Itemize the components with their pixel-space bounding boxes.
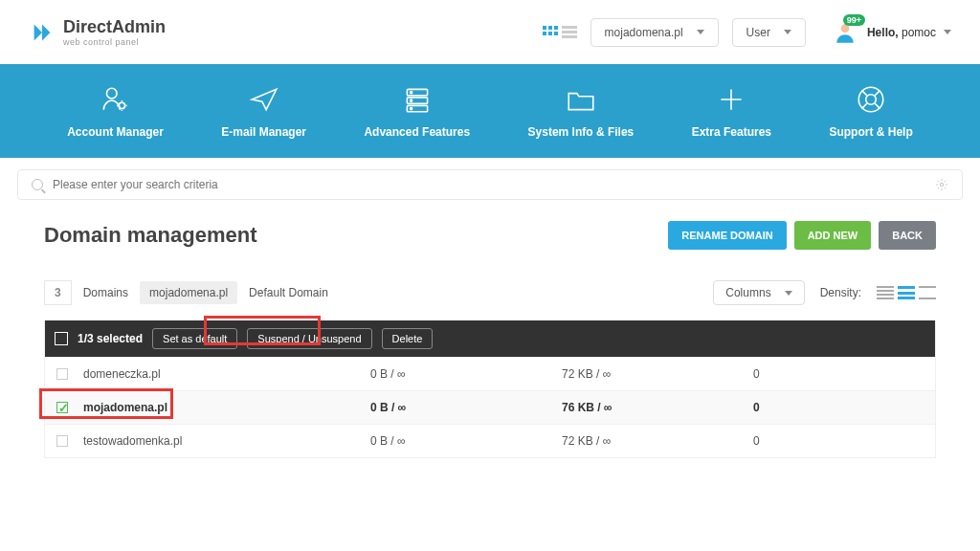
table-actionbar: 1/3 selected Set as default Suspend / Un… — [45, 320, 935, 357]
svg-marker-0 — [34, 24, 42, 40]
nav-support-help[interactable]: Support & Help — [829, 83, 912, 139]
table-row[interactable]: mojadomena.pl 0 B / ∞ 76 KB / ∞ 0 — [45, 390, 935, 424]
bandwidth-cell: 0 B / ∞ — [370, 367, 562, 381]
domain-name: domeneczka.pl — [83, 367, 370, 381]
nav-label: Advanced Features — [364, 125, 470, 139]
delete-button[interactable]: Delete — [382, 328, 434, 349]
row-checkbox[interactable] — [56, 368, 68, 380]
diskspace-cell: 72 KB / ∞ — [562, 367, 753, 381]
svg-marker-1 — [42, 24, 50, 40]
annotation-highlight — [204, 316, 321, 345]
chevron-down-icon — [697, 30, 704, 34]
user-greeting[interactable]: Hello, pomoc — [867, 26, 951, 39]
brand-name: DirectAdmin — [63, 17, 166, 36]
plus-icon — [715, 83, 747, 116]
svg-rect-5 — [543, 32, 546, 35]
svg-rect-10 — [562, 35, 577, 38]
columns-dropdown[interactable]: Columns — [713, 280, 804, 305]
table-row[interactable]: testowadomenka.pl 0 B / ∞ 72 KB / ∞ 0 — [45, 424, 935, 457]
svg-point-18 — [410, 99, 412, 101]
svg-point-19 — [410, 108, 412, 110]
gear-icon[interactable] — [935, 178, 948, 191]
send-icon — [248, 83, 280, 116]
page-title: Domain management — [44, 223, 257, 248]
add-new-button[interactable]: ADD NEW — [794, 221, 872, 250]
nav-advanced-features[interactable]: Advanced Features — [364, 83, 470, 139]
nav-email-manager[interactable]: E-mail Manager — [221, 83, 306, 139]
default-domain-chip: mojadomena.pl — [140, 281, 237, 304]
role-selector[interactable]: User — [732, 18, 806, 47]
chevron-down-icon — [944, 30, 951, 34]
svg-rect-3 — [548, 26, 552, 30]
row-checkbox[interactable] — [56, 435, 68, 447]
view-mode-toggle[interactable] — [543, 26, 577, 39]
domain-selector[interactable]: mojadomena.pl — [590, 18, 719, 47]
search-input[interactable] — [53, 178, 925, 191]
svg-point-17 — [410, 92, 412, 94]
role-selector-label: User — [746, 26, 770, 39]
user-avatar[interactable]: 99+ — [833, 20, 858, 45]
domain-name: testowadomenka.pl — [83, 434, 370, 448]
density-label: Density: — [820, 286, 861, 299]
svg-rect-8 — [562, 26, 577, 29]
rename-domain-button[interactable]: RENAME DOMAIN — [668, 221, 786, 250]
domains-table: 1/3 selected Set as default Suspend / Un… — [44, 320, 936, 458]
density-relaxed-icon[interactable] — [919, 286, 936, 299]
svg-rect-6 — [548, 32, 552, 35]
grid-view-icon — [543, 26, 558, 39]
nav-system-info[interactable]: System Info & Files — [528, 83, 635, 139]
svg-point-12 — [106, 88, 117, 99]
svg-point-21 — [866, 95, 877, 105]
other-cell: 0 — [753, 401, 924, 414]
svg-rect-9 — [562, 31, 577, 33]
users-icon — [100, 83, 132, 116]
chevron-down-icon — [785, 291, 792, 296]
search-bar[interactable] — [17, 169, 963, 200]
nav-label: Account Manager — [67, 125, 164, 139]
table-row[interactable]: domeneczka.pl 0 B / ∞ 72 KB / ∞ 0 — [45, 357, 935, 390]
svg-rect-2 — [543, 26, 546, 30]
diskspace-cell: 72 KB / ∞ — [562, 434, 753, 448]
svg-rect-4 — [554, 26, 558, 30]
lifebuoy-icon — [855, 83, 887, 116]
density-options[interactable] — [877, 286, 936, 299]
nav-label: Support & Help — [829, 125, 912, 139]
search-icon — [32, 179, 43, 190]
nav-account-manager[interactable]: Account Manager — [67, 83, 164, 139]
density-normal-icon[interactable] — [898, 286, 915, 299]
nav-label: Extra Features — [692, 125, 771, 139]
nav-label: System Info & Files — [528, 125, 635, 139]
svg-point-22 — [940, 183, 944, 187]
default-domain-label: Default Domain — [249, 286, 328, 299]
select-all-checkbox[interactable] — [55, 332, 68, 345]
nav-label: E-mail Manager — [221, 125, 306, 139]
brand-tagline: web control panel — [63, 37, 166, 47]
selected-count: 1/3 selected — [78, 332, 143, 345]
brand-logo-icon — [29, 19, 56, 46]
top-header: DirectAdmin web control panel mojadomena… — [0, 0, 980, 64]
chevron-down-icon — [784, 30, 791, 34]
domain-count: 3 — [44, 280, 72, 305]
other-cell: 0 — [753, 434, 924, 448]
nav-extra-features[interactable]: Extra Features — [692, 83, 771, 139]
notification-badge: 99+ — [843, 14, 865, 26]
server-icon — [401, 83, 434, 116]
domain-count-label: Domains — [83, 286, 128, 299]
density-compact-icon[interactable] — [877, 286, 894, 299]
brand: DirectAdmin web control panel — [29, 17, 535, 47]
folder-icon — [565, 83, 597, 116]
svg-rect-7 — [554, 32, 558, 35]
bandwidth-cell: 0 B / ∞ — [370, 401, 562, 414]
diskspace-cell: 76 KB / ∞ — [562, 401, 753, 414]
annotation-highlight — [39, 388, 173, 419]
domain-selector-label: mojadomena.pl — [605, 26, 683, 39]
back-button[interactable]: BACK — [879, 221, 936, 250]
list-view-icon — [562, 26, 577, 39]
main-nav: Account Manager E-mail Manager Advanced … — [0, 64, 980, 158]
bandwidth-cell: 0 B / ∞ — [370, 434, 562, 448]
other-cell: 0 — [753, 367, 924, 381]
